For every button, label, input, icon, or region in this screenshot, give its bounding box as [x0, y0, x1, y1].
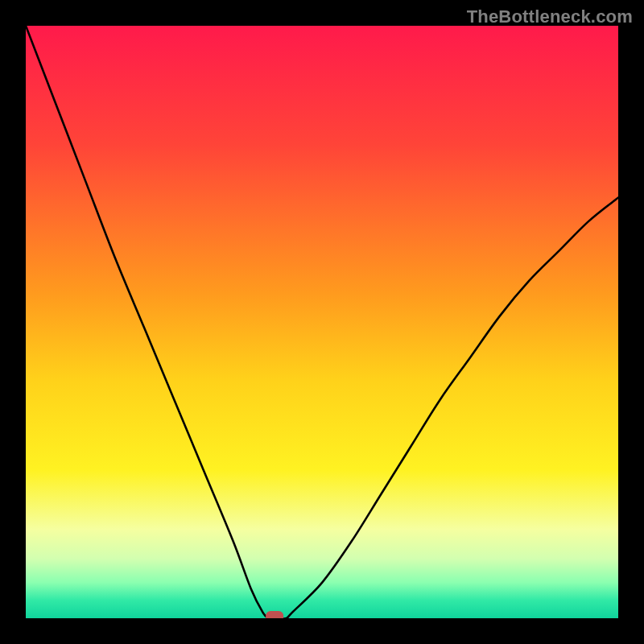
optimal-marker [266, 611, 283, 618]
plot-area [26, 26, 618, 618]
gradient-bg [26, 26, 618, 618]
chart-frame: TheBottleneck.com [0, 0, 644, 644]
chart-svg [26, 26, 618, 618]
watermark-label: TheBottleneck.com [467, 6, 633, 27]
